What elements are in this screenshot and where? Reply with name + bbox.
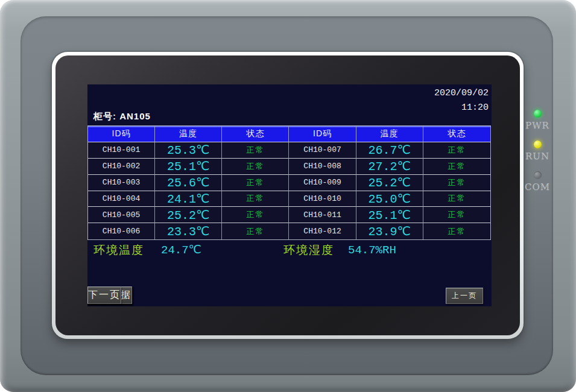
- channel-temperature: 25.0℃: [356, 191, 423, 207]
- channel-status: 正常: [423, 191, 490, 207]
- ambient-temp-value: 24.7℃: [161, 242, 201, 258]
- channel-status: 正常: [423, 159, 490, 175]
- channel-status: 正常: [222, 207, 289, 223]
- channel-status: 正常: [423, 223, 490, 239]
- cabinet-id-label: 柜号: AN105: [93, 111, 151, 122]
- channel-status: 正常: [222, 223, 289, 239]
- table-header-id: ID码: [289, 126, 356, 142]
- channel-temperature: 26.7℃: [356, 142, 423, 159]
- prev-page-button[interactable]: 上一页: [446, 288, 483, 304]
- led-com-group: COM: [524, 171, 551, 192]
- channel-id: CH10-003: [88, 175, 155, 191]
- next-page-button[interactable]: 下一页: [87, 286, 121, 304]
- front-panel: 2020/09/02 11:20 柜号: AN105 ID码 温度 状态 ID码…: [21, 16, 553, 375]
- run-led-label: RUN: [524, 151, 551, 161]
- channel-id: CH10-001: [88, 142, 155, 159]
- channel-id: CH10-010: [289, 191, 356, 207]
- table-header-temp: 温度: [356, 126, 423, 142]
- table-header-id: ID码: [88, 126, 155, 142]
- channel-id: CH10-011: [289, 207, 356, 223]
- screen-bezel: 2020/09/02 11:20 柜号: AN105 ID码 温度 状态 ID码…: [52, 52, 524, 339]
- channel-temperature: 27.2℃: [356, 159, 423, 175]
- channel-temperature: 24.1℃: [155, 191, 222, 207]
- channel-status: 正常: [423, 175, 490, 191]
- screen-glass: 2020/09/02 11:20 柜号: AN105 ID码 温度 状态 ID码…: [55, 55, 520, 335]
- channel-temperature: 25.2℃: [155, 207, 222, 223]
- channel-temperature: 25.3℃: [155, 142, 222, 159]
- channel-id: CH10-004: [88, 191, 155, 207]
- lcd-screen: 2020/09/02 11:20 柜号: AN105 ID码 温度 状态 ID码…: [87, 84, 492, 306]
- channel-status: 正常: [423, 207, 490, 223]
- channel-temperature: 23.9℃: [356, 223, 423, 239]
- channel-id: CH10-009: [289, 175, 356, 191]
- channel-temperature: 25.1℃: [155, 159, 222, 175]
- power-led-label: PWR: [524, 121, 551, 130]
- ambient-humidity-value: 54.7%RH: [348, 242, 396, 258]
- channel-status: 正常: [222, 142, 289, 159]
- channel-id: CH10-006: [88, 223, 155, 239]
- run-led-icon: [534, 141, 542, 148]
- temperature-table: ID码 温度 状态 ID码 温度 状态 CH10-001 25.3℃ 正常 CH…: [87, 125, 491, 240]
- time-display: 11:20: [461, 103, 489, 113]
- date-display: 2020/09/02: [434, 88, 489, 98]
- channel-status: 正常: [423, 142, 490, 159]
- com-led-label: COM: [524, 182, 551, 192]
- channel-id: CH10-005: [88, 207, 155, 223]
- channel-id: CH10-002: [88, 159, 155, 175]
- environment-row: 环境温度 24.7℃ 环境湿度 54.7%RH: [87, 242, 492, 258]
- channel-temperature: 25.1℃: [356, 207, 423, 223]
- ambient-temp-label: 环境温度: [93, 242, 144, 258]
- channel-status: 正常: [222, 159, 289, 175]
- channel-temperature: 23.3℃: [155, 223, 222, 239]
- channel-temperature: 25.2℃: [356, 175, 423, 191]
- channel-id: CH10-007: [289, 142, 356, 159]
- channel-temperature: 25.6℃: [155, 175, 222, 191]
- table-header-temp: 温度: [155, 126, 222, 142]
- power-led-icon: [534, 110, 542, 118]
- channel-id: CH10-008: [289, 159, 356, 175]
- com-led-icon: [534, 171, 542, 179]
- led-indicator-strip: PWR RUN COM: [524, 110, 551, 202]
- channel-status: 正常: [222, 175, 289, 191]
- table-header-status: 状态: [222, 126, 289, 142]
- led-pwr-group: PWR: [524, 110, 551, 130]
- ambient-humidity-label: 环境湿度: [283, 242, 334, 258]
- channel-id: CH10-012: [289, 223, 356, 239]
- led-run-group: RUN: [524, 141, 551, 161]
- channel-status: 正常: [222, 191, 289, 207]
- table-header-status: 状态: [423, 126, 490, 142]
- hmi-device: 2020/09/02 11:20 柜号: AN105 ID码 温度 状态 ID码…: [0, 0, 576, 392]
